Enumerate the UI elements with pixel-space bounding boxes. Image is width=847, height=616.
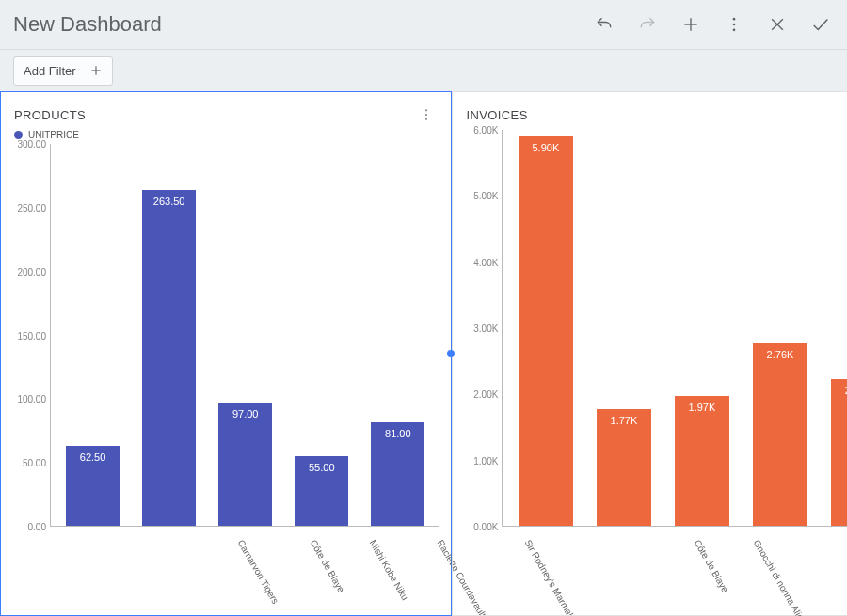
y-tick: 2.00K	[473, 389, 498, 400]
bar[interactable]: 81.00	[371, 422, 424, 526]
y-tick: 200.00	[17, 266, 46, 276]
bars-group: 5.90K1.77K1.97K2.76K2.23K	[503, 130, 847, 526]
bar[interactable]: 1.77K	[597, 409, 651, 526]
bar-value-label: 62.50	[80, 451, 106, 463]
bar-value-label: 5.90K	[533, 142, 560, 153]
add-button[interactable]	[679, 13, 702, 36]
svg-point-2	[733, 18, 736, 21]
bar-value-label: 1.97K	[689, 402, 716, 413]
svg-point-4	[733, 29, 736, 32]
y-tick: 300.00	[17, 139, 46, 150]
panel-header: PRODUCTS	[1, 92, 451, 126]
bar-wrap: 2.23K	[820, 130, 848, 526]
bar[interactable]: 62.50	[66, 446, 120, 526]
bar-value-label: 55.00	[309, 462, 335, 473]
chart-body: 0.00K1.00K2.00K3.00K4.00K5.00K6.00K5.90K…	[453, 126, 847, 534]
panel-title: INVOICES	[466, 108, 847, 122]
bar[interactable]: 2.76K	[753, 343, 807, 526]
bar-wrap: 81.00	[360, 144, 436, 526]
close-icon	[768, 15, 787, 34]
bar[interactable]: 2.23K	[831, 379, 847, 526]
more-vertical-icon	[419, 107, 434, 122]
plot-area: 62.50263.5097.0055.0081.00	[50, 144, 439, 527]
resize-handle[interactable]	[447, 350, 455, 357]
bar-value-label: 263.50	[153, 196, 185, 207]
y-tick: 1.00K	[473, 455, 498, 466]
redo-button[interactable]	[636, 13, 659, 36]
add-filter-label: Add Filter	[24, 64, 76, 78]
bar-value-label: 1.77K	[611, 415, 638, 426]
bar-wrap: 1.77K	[584, 130, 663, 526]
y-tick: 0.00K	[473, 522, 498, 532]
svg-point-9	[425, 109, 427, 111]
filter-bar: Add Filter	[0, 50, 847, 91]
more-vertical-icon	[725, 15, 743, 34]
y-tick: 50.00	[23, 458, 46, 468]
bar[interactable]: 97.00	[218, 403, 272, 526]
page-title: New Dashboard	[13, 12, 593, 37]
chart-legend: UNITPRICE	[1, 126, 451, 140]
plus-icon	[89, 64, 103, 77]
more-button[interactable]	[723, 13, 745, 36]
panel-header: INVOICES	[453, 92, 847, 126]
bar-value-label: 97.00	[232, 408, 259, 419]
x-axis: Carnarvon TigersCôte de BlayeMishi Kobe …	[39, 534, 451, 615]
y-axis: 0.0050.00100.00150.00200.00250.00300.00	[12, 144, 50, 527]
bar[interactable]: 55.00	[295, 456, 348, 526]
close-button[interactable]	[766, 13, 789, 36]
y-tick: 6.00K	[473, 125, 498, 135]
bar[interactable]: 263.50	[142, 190, 196, 526]
bar-wrap: 263.50	[131, 144, 207, 526]
check-icon	[810, 14, 831, 35]
y-tick: 5.00K	[473, 191, 498, 201]
plus-icon	[681, 15, 700, 34]
undo-button[interactable]	[593, 13, 615, 36]
add-filter-button[interactable]: Add Filter	[13, 56, 113, 86]
bar-wrap: 1.97K	[663, 130, 741, 526]
svg-point-10	[425, 114, 427, 116]
panel-more-button[interactable]	[415, 105, 438, 124]
bar-wrap: 97.00	[207, 144, 283, 526]
svg-point-11	[425, 118, 427, 120]
bar-value-label: 2.76K	[767, 349, 794, 360]
y-tick: 250.00	[17, 202, 46, 213]
bar-wrap: 55.00	[283, 144, 360, 526]
svg-point-3	[733, 24, 736, 26]
panel-title: PRODUCTS	[14, 108, 415, 122]
y-axis: 0.00K1.00K2.00K3.00K4.00K5.00K6.00K	[464, 130, 502, 527]
confirm-button[interactable]	[809, 13, 832, 36]
bar[interactable]: 1.97K	[675, 396, 729, 526]
toolbar-actions	[593, 13, 839, 36]
y-tick: 0.00	[28, 522, 46, 532]
chart-panel-invoices[interactable]: INVOICES0.00K1.00K2.00K3.00K4.00K5.00K6.…	[452, 91, 847, 616]
bar[interactable]: 5.90K	[519, 136, 573, 526]
y-tick: 3.00K	[473, 324, 498, 334]
x-axis: Côte de BlayeGnocchi di nonna AliceManji…	[490, 534, 847, 615]
undo-icon	[595, 15, 614, 34]
bars-group: 62.50263.5097.0055.0081.00	[51, 144, 439, 526]
bar-wrap: 2.76K	[741, 130, 819, 526]
bar-value-label: 81.00	[385, 428, 411, 439]
chart-body: 0.0050.00100.00150.00200.00250.00300.006…	[1, 140, 451, 534]
charts-container: PRODUCTSUNITPRICE0.0050.00100.00150.0020…	[0, 91, 847, 616]
plot-area: 5.90K1.77K1.97K2.76K2.23K	[502, 130, 847, 527]
redo-icon	[638, 15, 657, 34]
chart-panel-products[interactable]: PRODUCTSUNITPRICE0.0050.00100.00150.0020…	[0, 91, 452, 616]
bar-wrap: 62.50	[55, 144, 131, 526]
y-tick: 4.00K	[473, 257, 498, 267]
y-tick: 150.00	[17, 330, 46, 340]
bar-wrap: 5.90K	[506, 130, 584, 526]
top-toolbar: New Dashboard	[0, 0, 847, 50]
y-tick: 100.00	[17, 394, 46, 404]
